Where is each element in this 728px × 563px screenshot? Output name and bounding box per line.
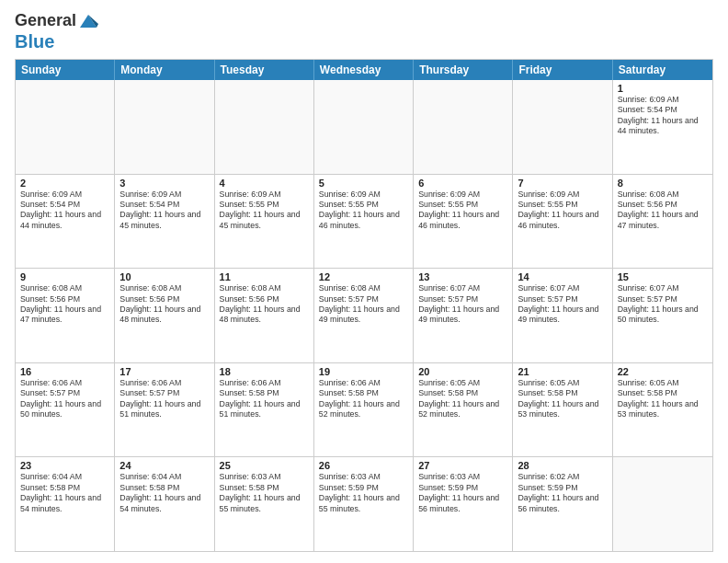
- day-number: 27: [418, 460, 507, 471]
- cell-info: Sunrise: 6:03 AMSunset: 5:59 PMDaylight:…: [319, 472, 408, 514]
- calendar-cell: 26Sunrise: 6:03 AMSunset: 5:59 PMDayligh…: [314, 457, 414, 551]
- calendar-cell: 23Sunrise: 6:04 AMSunset: 5:58 PMDayligh…: [16, 457, 115, 551]
- day-number: 25: [220, 460, 309, 471]
- calendar-row: 2Sunrise: 6:09 AMSunset: 5:54 PMDaylight…: [16, 174, 712, 269]
- day-number: 18: [220, 366, 309, 377]
- cell-info: Sunrise: 6:04 AMSunset: 5:58 PMDaylight:…: [119, 472, 209, 514]
- logo-text-blue: Blue: [15, 31, 54, 52]
- calendar-cell: 19Sunrise: 6:06 AMSunset: 5:58 PMDayligh…: [314, 363, 414, 457]
- day-number: 2: [20, 178, 109, 189]
- cell-info: Sunrise: 6:08 AMSunset: 5:56 PMDaylight:…: [220, 283, 309, 326]
- calendar-cell: 20Sunrise: 6:05 AMSunset: 5:58 PMDayligh…: [414, 363, 513, 457]
- cell-info: Sunrise: 6:07 AMSunset: 5:57 PMDaylight:…: [518, 283, 607, 326]
- cell-info: Sunrise: 6:03 AMSunset: 5:59 PMDaylight:…: [418, 472, 507, 514]
- day-number: 10: [119, 271, 209, 282]
- day-number: 24: [119, 460, 209, 471]
- calendar-row: 1Sunrise: 6:09 AMSunset: 5:54 PMDaylight…: [16, 80, 712, 174]
- calendar-cell: 16Sunrise: 6:06 AMSunset: 5:57 PMDayligh…: [16, 363, 115, 457]
- day-number: 6: [418, 178, 507, 189]
- day-number: 9: [20, 271, 109, 282]
- day-number: 20: [418, 366, 507, 377]
- calendar: SundayMondayTuesdayWednesdayThursdayFrid…: [15, 59, 713, 552]
- day-number: 16: [20, 366, 109, 377]
- calendar-cell: 22Sunrise: 6:05 AMSunset: 5:58 PMDayligh…: [613, 363, 712, 457]
- day-number: 17: [119, 366, 209, 377]
- day-number: 11: [220, 271, 309, 282]
- calendar-cell: [414, 80, 513, 174]
- weekday-header: Friday: [513, 60, 612, 80]
- calendar-cell: 2Sunrise: 6:09 AMSunset: 5:54 PMDaylight…: [16, 175, 115, 269]
- day-number: 14: [518, 271, 607, 282]
- calendar-cell: 9Sunrise: 6:08 AMSunset: 5:56 PMDaylight…: [16, 269, 115, 362]
- calendar-cell: 11Sunrise: 6:08 AMSunset: 5:56 PMDayligh…: [215, 269, 314, 362]
- day-number: 4: [220, 178, 309, 189]
- day-number: 23: [20, 460, 109, 471]
- logo-text-general: General: [15, 12, 76, 30]
- cell-info: Sunrise: 6:05 AMSunset: 5:58 PMDaylight:…: [418, 378, 507, 420]
- cell-info: Sunrise: 6:07 AMSunset: 5:57 PMDaylight:…: [418, 283, 507, 326]
- calendar-body: 1Sunrise: 6:09 AMSunset: 5:54 PMDaylight…: [16, 80, 712, 551]
- calendar-cell: [16, 80, 115, 174]
- calendar-cell: 5Sunrise: 6:09 AMSunset: 5:55 PMDaylight…: [314, 175, 414, 269]
- weekday-header: Tuesday: [215, 60, 314, 80]
- cell-info: Sunrise: 6:05 AMSunset: 5:58 PMDaylight:…: [618, 378, 708, 420]
- day-number: 26: [319, 460, 408, 471]
- cell-info: Sunrise: 6:08 AMSunset: 5:56 PMDaylight:…: [119, 283, 209, 326]
- calendar-cell: 7Sunrise: 6:09 AMSunset: 5:55 PMDaylight…: [513, 175, 612, 269]
- cell-info: Sunrise: 6:06 AMSunset: 5:57 PMDaylight:…: [20, 378, 109, 420]
- calendar-cell: [314, 80, 414, 174]
- calendar-cell: 6Sunrise: 6:09 AMSunset: 5:55 PMDaylight…: [414, 175, 513, 269]
- calendar-cell: 1Sunrise: 6:09 AMSunset: 5:54 PMDaylight…: [613, 80, 712, 174]
- day-number: 22: [618, 366, 708, 377]
- page: General Blue SundayMondayTuesdayWednesda…: [0, 0, 728, 563]
- calendar-cell: [613, 457, 712, 551]
- cell-info: Sunrise: 6:09 AMSunset: 5:54 PMDaylight:…: [618, 95, 708, 137]
- calendar-cell: 13Sunrise: 6:07 AMSunset: 5:57 PMDayligh…: [414, 269, 513, 362]
- calendar-cell: 17Sunrise: 6:06 AMSunset: 5:57 PMDayligh…: [115, 363, 214, 457]
- day-number: 7: [518, 178, 607, 189]
- cell-info: Sunrise: 6:06 AMSunset: 5:57 PMDaylight:…: [119, 378, 209, 420]
- cell-info: Sunrise: 6:03 AMSunset: 5:58 PMDaylight:…: [220, 472, 309, 514]
- day-number: 8: [618, 178, 708, 189]
- cell-info: Sunrise: 6:08 AMSunset: 5:56 PMDaylight:…: [618, 190, 708, 232]
- logo-icon: [78, 11, 98, 31]
- cell-info: Sunrise: 6:02 AMSunset: 5:59 PMDaylight:…: [518, 472, 607, 514]
- day-number: 5: [319, 178, 408, 189]
- calendar-row: 16Sunrise: 6:06 AMSunset: 5:57 PMDayligh…: [16, 362, 712, 457]
- cell-info: Sunrise: 6:09 AMSunset: 5:54 PMDaylight:…: [119, 190, 209, 232]
- cell-info: Sunrise: 6:06 AMSunset: 5:58 PMDaylight:…: [319, 378, 408, 420]
- calendar-cell: 18Sunrise: 6:06 AMSunset: 5:58 PMDayligh…: [215, 363, 314, 457]
- cell-info: Sunrise: 6:09 AMSunset: 5:55 PMDaylight:…: [220, 190, 309, 232]
- weekday-header: Wednesday: [314, 60, 414, 80]
- calendar-cell: 10Sunrise: 6:08 AMSunset: 5:56 PMDayligh…: [115, 269, 214, 362]
- day-number: 13: [418, 271, 507, 282]
- cell-info: Sunrise: 6:09 AMSunset: 5:54 PMDaylight:…: [20, 190, 109, 232]
- cell-info: Sunrise: 6:04 AMSunset: 5:58 PMDaylight:…: [20, 472, 109, 514]
- calendar-cell: 14Sunrise: 6:07 AMSunset: 5:57 PMDayligh…: [513, 269, 612, 362]
- calendar-cell: 8Sunrise: 6:08 AMSunset: 5:56 PMDaylight…: [613, 175, 712, 269]
- cell-info: Sunrise: 6:07 AMSunset: 5:57 PMDaylight:…: [618, 283, 708, 326]
- day-number: 1: [618, 83, 708, 94]
- cell-info: Sunrise: 6:09 AMSunset: 5:55 PMDaylight:…: [418, 190, 507, 232]
- calendar-cell: 3Sunrise: 6:09 AMSunset: 5:54 PMDaylight…: [115, 175, 214, 269]
- calendar-cell: [513, 80, 612, 174]
- day-number: 15: [618, 271, 708, 282]
- calendar-cell: [215, 80, 314, 174]
- header: General Blue: [15, 11, 713, 52]
- calendar-cell: 12Sunrise: 6:08 AMSunset: 5:57 PMDayligh…: [314, 269, 414, 362]
- calendar-cell: [115, 80, 214, 174]
- day-number: 19: [319, 366, 408, 377]
- calendar-cell: 27Sunrise: 6:03 AMSunset: 5:59 PMDayligh…: [414, 457, 513, 551]
- calendar-row: 23Sunrise: 6:04 AMSunset: 5:58 PMDayligh…: [16, 456, 712, 551]
- calendar-row: 9Sunrise: 6:08 AMSunset: 5:56 PMDaylight…: [16, 268, 712, 362]
- weekday-header: Monday: [115, 60, 214, 80]
- calendar-cell: 15Sunrise: 6:07 AMSunset: 5:57 PMDayligh…: [613, 269, 712, 362]
- calendar-cell: 21Sunrise: 6:05 AMSunset: 5:58 PMDayligh…: [513, 363, 612, 457]
- day-number: 12: [319, 271, 408, 282]
- cell-info: Sunrise: 6:09 AMSunset: 5:55 PMDaylight:…: [518, 190, 607, 232]
- calendar-cell: 24Sunrise: 6:04 AMSunset: 5:58 PMDayligh…: [115, 457, 214, 551]
- day-number: 21: [518, 366, 607, 377]
- weekday-header: Thursday: [414, 60, 513, 80]
- calendar-cell: 4Sunrise: 6:09 AMSunset: 5:55 PMDaylight…: [215, 175, 314, 269]
- logo: General Blue: [15, 11, 98, 52]
